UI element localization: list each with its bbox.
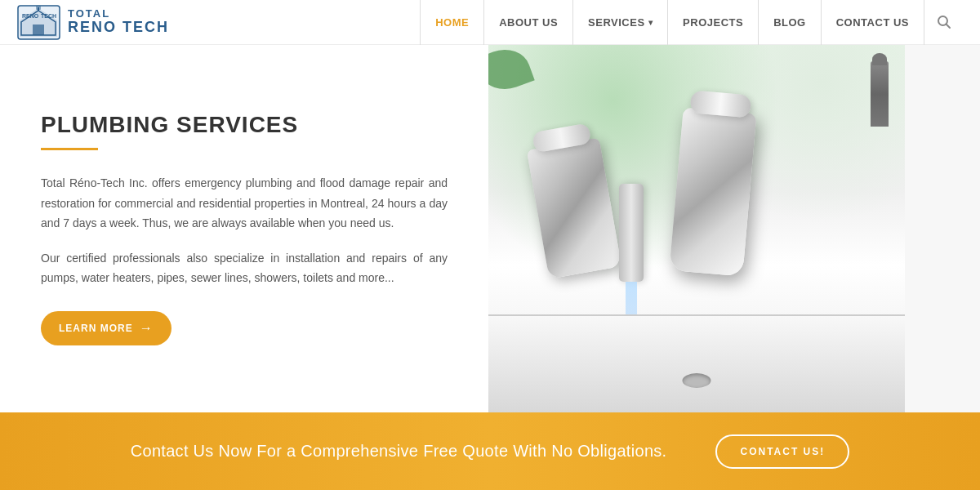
main-content: PLUMBING SERVICES Total Réno-Tech Inc. o… <box>0 45 980 412</box>
learn-more-button[interactable]: LEARN MORE → <box>41 311 172 345</box>
cta-banner: Contact Us Now For a Comprehensive Free … <box>0 412 980 490</box>
svg-rect-5 <box>36 6 41 10</box>
sink-basin <box>488 314 905 412</box>
service-image <box>488 45 905 412</box>
svg-text:RENO: RENO <box>22 13 39 19</box>
cta-button[interactable]: CONTACT US! <box>715 434 849 469</box>
sink-drain <box>683 373 711 388</box>
svg-line-9 <box>947 24 951 29</box>
toiletry-item <box>871 61 889 127</box>
nav-item-home[interactable]: HOME <box>420 0 484 45</box>
logo-line2: RENO TECH <box>68 20 169 36</box>
svg-text:TECH: TECH <box>41 13 56 19</box>
faucet-handle-right <box>669 107 756 276</box>
nav-item-services[interactable]: SERVICES ▾ <box>573 0 668 45</box>
logo-icon: RENO TECH <box>16 4 61 41</box>
nav-item-blog[interactable]: BLOG <box>759 0 822 45</box>
search-icon <box>937 15 951 29</box>
title-underline <box>41 148 98 150</box>
header: RENO TECH TOTAL RENO TECH HOME ABOUT US … <box>0 0 980 45</box>
service-title: PLUMBING SERVICES <box>41 112 448 138</box>
svg-rect-3 <box>33 24 44 35</box>
service-desc-1: Total Réno-Tech Inc. offers emergency pl… <box>41 173 448 234</box>
nav-item-about[interactable]: ABOUT US <box>484 0 573 45</box>
logo[interactable]: RENO TECH TOTAL RENO TECH <box>16 4 169 41</box>
nav-item-contact[interactable]: CONTACT US <box>822 0 924 45</box>
main-nav: HOME ABOUT US SERVICES ▾ PROJECTS BLOG C… <box>420 0 964 45</box>
search-button[interactable] <box>924 0 964 45</box>
service-panel: PLUMBING SERVICES Total Réno-Tech Inc. o… <box>0 45 488 412</box>
service-desc-2: Our certified professionals also special… <box>41 248 448 288</box>
arrow-icon: → <box>140 321 154 336</box>
faucet-spout <box>619 184 644 282</box>
chevron-down-icon: ▾ <box>648 18 653 27</box>
cta-text: Contact Us Now For a Comprehensive Free … <box>131 442 667 461</box>
nav-item-projects[interactable]: PROJECTS <box>668 0 759 45</box>
faucet-visual <box>488 45 905 412</box>
logo-line1: TOTAL <box>68 8 169 20</box>
logo-text: TOTAL RENO TECH <box>68 8 169 36</box>
